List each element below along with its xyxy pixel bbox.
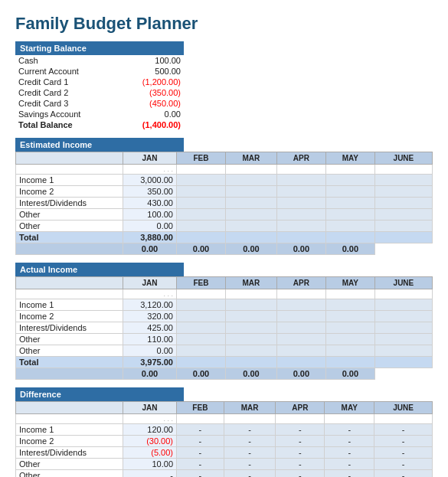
row-month <box>325 186 374 198</box>
table-row: Income 2 320.00 <box>16 311 433 322</box>
row-label: Income 1 <box>16 299 123 311</box>
dots-row: . . . <box>16 165 433 175</box>
col-mar: MAR <box>224 402 276 414</box>
row-month <box>374 334 432 345</box>
summary-row: 0.000.000.000.000.00 <box>16 243 433 255</box>
total-jan: 3,880.00 <box>123 232 177 243</box>
table-row: Income 1 120.00----- <box>16 424 433 436</box>
row-month <box>177 198 226 209</box>
row-jan: 100.00 <box>123 209 177 221</box>
row-month: - <box>177 470 224 478</box>
total-month <box>226 232 277 243</box>
table-row: Interest/Dividends 430.00 <box>16 198 433 209</box>
row-label: Current Account <box>15 66 117 77</box>
row-month <box>177 311 226 322</box>
row-month <box>276 221 325 232</box>
row-month: - <box>325 459 374 470</box>
row-month: - <box>325 424 374 436</box>
total-month <box>226 357 277 368</box>
estimated-income-section: Estimated Income JANFEBMARAPRMAYJUNE . .… <box>15 138 433 255</box>
summary-cell: 0.00 <box>123 368 177 380</box>
total-label: Total <box>16 357 123 368</box>
table-row: Other 0.00 <box>16 345 433 357</box>
row-label: Other <box>16 221 123 232</box>
col-feb: FEB <box>177 402 224 414</box>
row-month <box>226 221 277 232</box>
row-month <box>374 311 432 322</box>
row-label: Savings Account <box>15 109 117 119</box>
total-month <box>374 232 432 243</box>
table-row: Credit Card 1 (1,200.00) <box>15 77 184 87</box>
row-label: Income 2 <box>16 436 123 447</box>
estimated-income-header: Estimated Income <box>15 138 184 152</box>
row-month <box>374 186 432 198</box>
table-row: Income 1 3,120.00 <box>16 299 433 311</box>
row-month <box>226 186 277 198</box>
row-label: Other <box>16 334 123 345</box>
col-may: MAY <box>325 402 374 414</box>
row-month: - <box>276 436 325 447</box>
summary-cell: 0.00 <box>325 368 374 380</box>
col-apr: APR <box>276 152 325 165</box>
total-month <box>374 357 432 368</box>
row-jan: 10.00 <box>123 459 177 470</box>
col-mar: MAR <box>226 277 277 289</box>
row-jan: 430.00 <box>123 198 177 209</box>
row-month <box>374 221 432 232</box>
row-value: (1,200.00) <box>117 77 184 87</box>
table-row: Income 2 350.00 <box>16 186 433 198</box>
summary-cell: 0.00 <box>177 243 226 255</box>
row-month <box>276 322 325 334</box>
table-row: Other 100.00 <box>16 209 433 221</box>
row-month <box>177 175 226 186</box>
row-jan: (5.00) <box>123 447 177 459</box>
dots-row: . . . <box>16 289 433 299</box>
total-row: Total 3,975.00 <box>16 357 433 368</box>
row-month <box>177 334 226 345</box>
row-month: - <box>325 447 374 459</box>
col-label <box>16 402 123 414</box>
row-month: - <box>325 470 374 478</box>
row-month <box>325 345 374 357</box>
col-feb: FEB <box>177 152 226 165</box>
total-month <box>177 232 226 243</box>
row-jan: 120.00 <box>123 424 177 436</box>
row-value: 0.00 <box>117 109 184 119</box>
row-month: - <box>224 436 276 447</box>
col-june: JUNE <box>374 152 432 165</box>
row-jan: 0.00 <box>123 221 177 232</box>
row-month <box>276 186 325 198</box>
col-jan: JAN <box>123 277 177 289</box>
starting-balance-section: Starting Balance Cash 100.00Current Acco… <box>15 41 433 130</box>
row-month <box>325 299 374 311</box>
row-month <box>325 334 374 345</box>
row-jan: 3,000.00 <box>123 175 177 186</box>
row-jan: - <box>123 470 177 478</box>
summary-cell: 0.00 <box>226 243 277 255</box>
row-label: Income 1 <box>16 175 123 186</box>
table-row: Other 110.00 <box>16 334 433 345</box>
row-jan: 3,120.00 <box>123 299 177 311</box>
row-month: - <box>224 459 276 470</box>
starting-balance-table: Cash 100.00Current Account 500.00Credit … <box>15 55 184 130</box>
row-month <box>276 299 325 311</box>
row-month: - <box>374 470 433 478</box>
row-month <box>276 334 325 345</box>
row-label: Other <box>16 209 123 221</box>
total-month <box>325 232 374 243</box>
col-jan: JAN <box>123 402 177 414</box>
row-label: Other <box>16 470 123 478</box>
table-row: Current Account 500.00 <box>15 66 184 77</box>
row-month: - <box>224 470 276 478</box>
row-month <box>325 322 374 334</box>
row-month: - <box>374 447 433 459</box>
row-month: - <box>374 436 433 447</box>
col-jan: JAN <box>123 152 177 165</box>
total-month <box>276 357 325 368</box>
row-month <box>374 209 432 221</box>
total-month <box>325 357 374 368</box>
row-value: (450.00) <box>117 98 184 109</box>
total-month <box>177 357 226 368</box>
row-jan: 350.00 <box>123 186 177 198</box>
row-label: Income 2 <box>16 311 123 322</box>
